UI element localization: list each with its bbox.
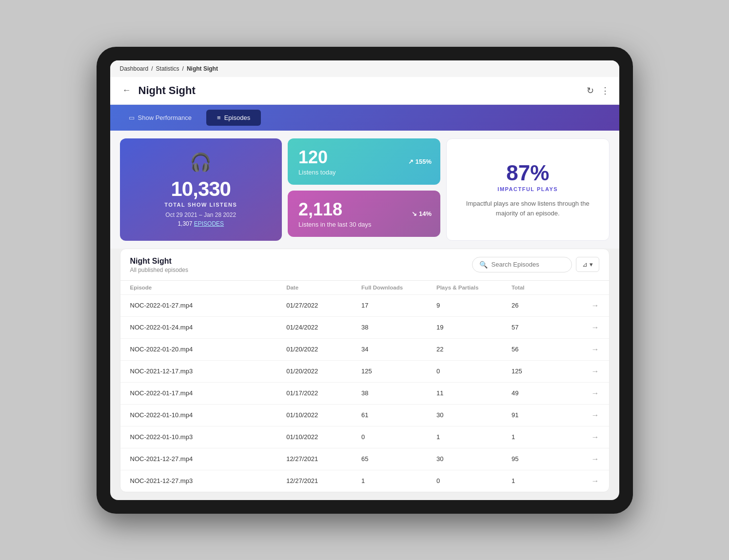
table-row: NOC-2021-12-17.mp3 01/20/2022 125 0 125 … [120, 360, 609, 382]
tab-show-performance[interactable]: ▭ Show Performance [118, 110, 203, 126]
row-date: 01/10/2022 [286, 433, 361, 441]
row-full-downloads: 61 [361, 411, 436, 419]
listens-today-label: Listens today [298, 169, 430, 176]
filter-chevron: ▾ [590, 261, 593, 268]
row-full-downloads: 17 [361, 302, 436, 309]
row-plays-partials: 30 [436, 455, 512, 463]
episodes-search-area: 🔍 ⊿ ▾ [472, 257, 599, 272]
col-episode: Episode [130, 285, 287, 290]
filter-button[interactable]: ⊿ ▾ [576, 257, 599, 272]
row-arrow[interactable]: → [591, 301, 599, 310]
row-total: 1 [512, 433, 574, 441]
listens-today-badge: ↗ 155% [408, 158, 432, 165]
row-plays-partials: 0 [436, 367, 512, 375]
row-episode: NOC-2022-01-10.mp3 [130, 433, 287, 441]
row-date: 01/17/2022 [286, 389, 361, 397]
total-listens-episodes: 1,307 EPISODES [177, 220, 224, 227]
listens-30days-label: Listens in the last 30 days [298, 221, 430, 228]
table-row: NOC-2021-12-27.mp4 12/27/2021 65 30 95 → [120, 448, 609, 470]
page-header-actions: ↻ ⋮ [587, 85, 610, 96]
episodes-table-body: NOC-2022-01-27.mp4 01/27/2022 17 9 26 → … [120, 294, 609, 492]
device-frame: Dashboard / Statistics / Night Sight ← N… [97, 47, 633, 514]
page-header: ← Night Sight ↻ ⋮ [110, 77, 619, 105]
episodes-link[interactable]: EPISODES [194, 220, 224, 227]
episodes-header: Night Sight All published episodes 🔍 ⊿ ▾ [120, 257, 609, 280]
stat-card-impactful: 87% IMPACTFUL PLAYS Impactful plays are … [446, 138, 610, 241]
row-arrow[interactable]: → [591, 389, 599, 398]
row-plays-partials: 19 [436, 324, 512, 331]
row-arrow[interactable]: → [591, 433, 599, 442]
stats-row: 🎧 10,330 TOTAL SHOW LISTENS Oct 29 2021 … [110, 131, 619, 249]
search-input[interactable] [492, 261, 565, 268]
row-date: 01/10/2022 [286, 411, 361, 419]
breadcrumb: Dashboard / Statistics / Night Sight [110, 60, 619, 77]
breadcrumb-dashboard[interactable]: Dashboard [120, 65, 149, 72]
row-plays-partials: 30 [436, 411, 512, 419]
row-episode: NOC-2021-12-17.mp3 [130, 367, 287, 375]
episodes-title: Night Sight [130, 257, 188, 266]
stat-card-total-listens: 🎧 10,330 TOTAL SHOW LISTENS Oct 29 2021 … [120, 138, 282, 241]
row-date: 01/20/2022 [286, 346, 361, 353]
table-header: Episode Date Full Downloads Plays & Part… [120, 280, 609, 294]
table-row: NOC-2022-01-24.mp4 01/24/2022 38 19 57 → [120, 316, 609, 338]
col-total: Total [512, 285, 574, 290]
col-action [574, 285, 599, 290]
page-header-left: ← Night Sight [120, 84, 196, 97]
impactful-percent: 87% [506, 161, 549, 185]
row-full-downloads: 125 [361, 367, 436, 375]
total-listens-date: Oct 29 2021 – Jan 28 2022 [165, 212, 236, 218]
row-date: 01/27/2022 [286, 302, 361, 309]
total-listens-label: TOTAL SHOW LISTENS [164, 202, 237, 208]
row-arrow[interactable]: → [591, 477, 599, 485]
listens-30days-badge: ↘ 14% [412, 210, 432, 217]
stat-card-listens-30days: 2,118 Listens in the last 30 days ↘ 14% [288, 191, 440, 237]
row-date: 12/27/2021 [286, 455, 361, 463]
headphone-icon: 🎧 [190, 152, 212, 173]
listens-30days-number: 2,118 [298, 199, 430, 220]
tab-episodes[interactable]: ≡ Episodes [206, 110, 261, 126]
row-arrow[interactable]: → [591, 455, 599, 463]
device-screen: Dashboard / Statistics / Night Sight ← N… [110, 60, 619, 500]
row-arrow[interactable]: → [591, 411, 599, 420]
row-episode: NOC-2021-12-27.mp3 [130, 477, 287, 484]
row-full-downloads: 65 [361, 455, 436, 463]
list-icon: ≡ [217, 114, 221, 121]
row-full-downloads: 34 [361, 346, 436, 353]
row-episode: NOC-2022-01-10.mp4 [130, 411, 287, 419]
more-icon[interactable]: ⋮ [601, 85, 610, 96]
impactful-description: Impactful plays are show listens through… [458, 199, 597, 218]
row-episode: NOC-2021-12-27.mp4 [130, 455, 287, 463]
row-arrow[interactable]: → [591, 367, 599, 376]
row-full-downloads: 1 [361, 477, 436, 484]
table-row: NOC-2022-01-27.mp4 01/27/2022 17 9 26 → [120, 294, 609, 316]
col-date: Date [286, 285, 361, 290]
breadcrumb-current: Night Sight [187, 65, 218, 72]
episodes-section: Night Sight All published episodes 🔍 ⊿ ▾ [120, 249, 610, 492]
table-row: NOC-2021-12-27.mp3 12/27/2021 1 0 1 → [120, 470, 609, 492]
row-episode: NOC-2022-01-24.mp4 [130, 324, 287, 331]
back-button[interactable]: ← [120, 84, 134, 97]
row-arrow[interactable]: → [591, 345, 599, 354]
refresh-icon[interactable]: ↻ [587, 85, 594, 96]
row-episode: NOC-2022-01-20.mp4 [130, 346, 287, 353]
row-episode: NOC-2022-01-27.mp4 [130, 302, 287, 309]
table-row: NOC-2022-01-20.mp4 01/20/2022 34 22 56 → [120, 338, 609, 360]
col-full-downloads: Full Downloads [361, 285, 436, 290]
episodes-subtitle: All published episodes [130, 267, 188, 273]
filter-icon: ⊿ [582, 261, 588, 268]
table-row: NOC-2022-01-10.mp3 01/10/2022 0 1 1 → [120, 426, 609, 448]
row-date: 01/24/2022 [286, 324, 361, 331]
table-row: NOC-2022-01-10.mp4 01/10/2022 61 30 91 → [120, 404, 609, 426]
row-plays-partials: 9 [436, 302, 512, 309]
impactful-label: IMPACTFUL PLAYS [497, 186, 558, 192]
row-plays-partials: 22 [436, 346, 512, 353]
monitor-icon: ▭ [129, 114, 135, 121]
row-episode: NOC-2022-01-17.mp4 [130, 389, 287, 397]
breadcrumb-statistics[interactable]: Statistics [156, 65, 179, 72]
col-plays-partials: Plays & Partials [436, 285, 512, 290]
row-arrow[interactable]: → [591, 323, 599, 332]
row-total: 56 [512, 346, 574, 353]
row-total: 1 [512, 477, 574, 484]
search-icon: 🔍 [479, 261, 488, 269]
row-total: 57 [512, 324, 574, 331]
